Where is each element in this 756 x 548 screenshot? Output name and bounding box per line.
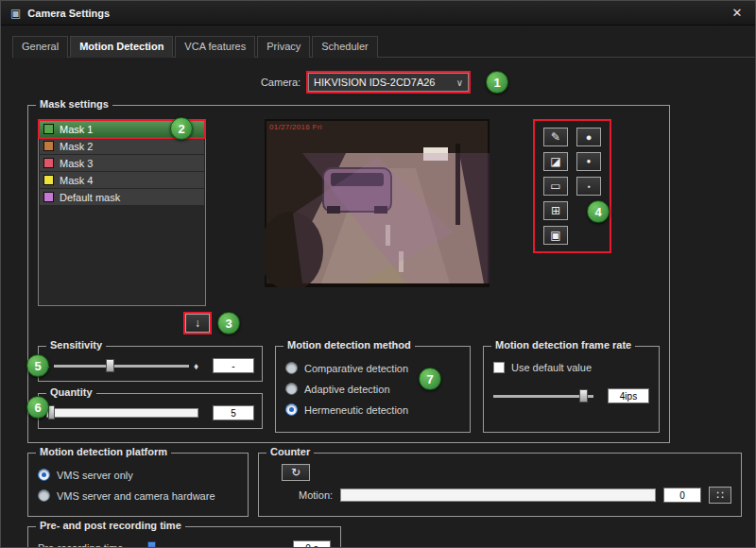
small-dot-icon: ● (587, 184, 590, 189)
eraser-tool-button[interactable]: ◪ (543, 152, 568, 171)
camera-dropdown[interactable]: HIKVISION IDS-2CD7A26 ∨ (308, 73, 469, 92)
quantity-value-field[interactable]: 5 (213, 405, 254, 420)
motion-detection-method-group: Motion detection method 7 Comparative de… (275, 346, 471, 433)
tab-vca-features[interactable]: VCA features (175, 36, 255, 58)
radio-adaptive-detection[interactable] (285, 383, 298, 395)
mask-color-swatch (43, 175, 54, 185)
window-title: Camera Settings (27, 8, 110, 19)
tab-motion-detection[interactable]: Motion Detection (70, 36, 173, 58)
mask-arrow-row: ↓ 3 (38, 312, 240, 334)
radio-label: Hermeneutic detection (304, 404, 408, 416)
mask-list: Mask 1 2 Mask 2 Mask 3 Mask 4 (38, 119, 206, 306)
close-icon[interactable]: ✕ (729, 6, 746, 20)
mask-settings-title: Mask settings (36, 98, 112, 110)
brush-size-small-button[interactable]: ● (576, 177, 601, 196)
tab-bar: General Motion Detection VCA features Pr… (12, 35, 755, 58)
brush-size-large-button[interactable]: ● (576, 128, 601, 146)
pre-recording-row: Pre-recording time 0 s (38, 540, 331, 548)
quantity-slider-handle[interactable] (48, 405, 55, 420)
motion-count-field[interactable]: 0 (663, 488, 701, 503)
radio-vms-server-and-camera[interactable] (38, 489, 50, 502)
counter-grid-button[interactable]: ∷ (709, 487, 731, 504)
callout-badge-6: 6 (26, 396, 49, 419)
tab-general[interactable]: General (12, 36, 68, 58)
preview-column: 01/27/2016 Fri (265, 119, 490, 334)
frame-rate-slider-handle[interactable] (579, 389, 588, 402)
callout-badge-7: 7 (419, 368, 441, 390)
list-item-mask-4[interactable]: Mask 4 (40, 172, 204, 188)
sensitivity-slider[interactable] (54, 365, 189, 368)
tab-scheduler[interactable]: Scheduler (312, 36, 378, 58)
reset-icon: ↻ (291, 467, 301, 478)
arrow-down-icon: ↓ (195, 317, 200, 329)
motion-detection-platform-group: Motion detection platform VMS server onl… (27, 453, 249, 517)
mask-color-swatch (43, 124, 54, 134)
quantity-slider[interactable] (46, 408, 198, 418)
motion-level-bar (340, 488, 656, 502)
list-item-mask-1[interactable]: Mask 1 2 (40, 121, 204, 137)
counter-title: Counter (266, 446, 314, 457)
video-timestamp-overlay: 01/27/2016 Fri (269, 123, 322, 131)
counter-group: Counter ↻ Motion: 0 ∷ (258, 453, 742, 517)
pen-icon: ✎ (551, 131, 560, 143)
mask-list-column: Mask 1 2 Mask 2 Mask 3 Mask 4 (38, 119, 240, 334)
app-icon: ▣ (10, 8, 21, 19)
method-option-hermeneutic: Hermeneutic detection (285, 403, 460, 416)
list-item-mask-2[interactable]: Mask 2 (40, 138, 204, 154)
callout-badge-3: 3 (217, 312, 240, 334)
chevron-down-icon: ∨ (456, 77, 463, 88)
use-default-row: Use default value (493, 362, 649, 373)
sensitivity-end-marker: ♦ (194, 361, 198, 371)
pre-recording-label: Pre-recording time (38, 542, 127, 548)
mask-color-swatch (43, 192, 54, 202)
brush-size-medium-button[interactable]: ● (576, 152, 601, 171)
radio-label: Adaptive detection (304, 384, 390, 395)
frame-rate-slider[interactable] (493, 395, 593, 398)
mask-label: Mask 4 (60, 175, 93, 186)
platform-title: Motion detection platform (36, 446, 171, 457)
camera-dropdown-value: HIKVISION IDS-2CD7A26 (314, 77, 435, 88)
radio-comparative-detection[interactable] (285, 362, 298, 374)
pen-tool-button[interactable]: ✎ (543, 128, 568, 146)
method-title: Motion detection method (284, 339, 415, 351)
pre-recording-value-field[interactable]: 0 s (293, 540, 331, 548)
radio-hermeneutic-detection[interactable] (285, 403, 298, 416)
show-image-button[interactable]: ▣ (543, 226, 568, 245)
mask-settings-group: Mask settings Mask 1 2 Mask 2 (27, 105, 670, 443)
move-mask-down-button[interactable]: ↓ (185, 314, 210, 333)
callout-badge-5: 5 (26, 354, 49, 377)
recording-time-group: Pre- and post recording time Pre-recordi… (27, 526, 341, 548)
shape-tool-button[interactable]: ▭ (543, 177, 568, 196)
tab-privacy[interactable]: Privacy (257, 36, 310, 58)
video-frame (265, 119, 490, 287)
camera-label: Camera: (261, 77, 301, 88)
video-preview[interactable]: 01/27/2016 Fri (265, 119, 490, 287)
dialog-content: Camera: HIKVISION IDS-2CD7A26 ∨ 1 Mask s… (1, 58, 755, 548)
show-grid-button[interactable]: ⊞ (543, 201, 568, 220)
use-default-checkbox[interactable] (493, 362, 505, 373)
platform-option-server-and-camera: VMS server and camera hardware (38, 489, 238, 502)
mask-label: Mask 1 (60, 124, 93, 135)
sensitivity-value-field[interactable]: - (213, 358, 254, 373)
quantity-group: Quantity 6 5 (38, 393, 263, 429)
list-item-mask-3[interactable]: Mask 3 (40, 155, 204, 171)
quantity-title: Quantity (46, 386, 96, 398)
frame-rate-title: Motion detection frame rate (491, 339, 635, 351)
pre-recording-slider-handle[interactable] (147, 541, 156, 548)
frame-rate-value-field[interactable]: 4ips (608, 388, 649, 403)
mask-color-swatch (43, 158, 54, 168)
frame-rate-group: Motion detection frame rate Use default … (483, 346, 660, 433)
list-item-default-mask[interactable]: Default mask (40, 189, 204, 205)
recording-title: Pre- and post recording time (36, 520, 185, 531)
radio-vms-server-only[interactable] (38, 469, 50, 481)
image-icon: ▣ (550, 230, 560, 241)
platform-option-server-only: VMS server only (38, 469, 238, 481)
camera-settings-window: { "window": { "title": "Camera Settings"… (0, 0, 756, 548)
mask-drawing-toolbar: ✎ ● ◪ ● ▭ ● ⊞ ▣ 4 (533, 119, 611, 253)
title-bar: ▣ Camera Settings ✕ (1, 1, 755, 26)
sensitivity-title: Sensitivity (46, 339, 106, 351)
mask-label: Mask 3 (60, 158, 93, 169)
medium-dot-icon: ● (587, 158, 592, 165)
sensitivity-slider-handle[interactable] (106, 359, 114, 372)
counter-reset-button[interactable]: ↻ (282, 464, 310, 481)
